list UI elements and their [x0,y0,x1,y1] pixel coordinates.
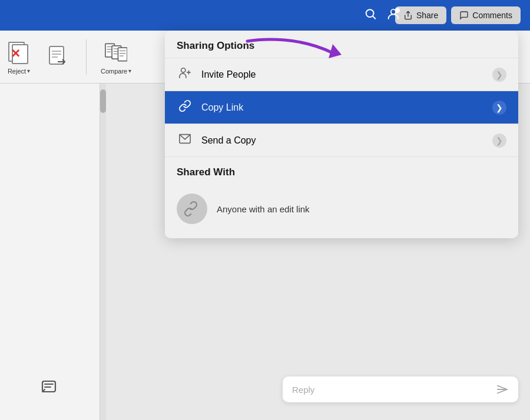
reject-x-mark: ✕ [11,46,21,61]
send-copy-label: Send a Copy [201,135,484,146]
shared-with-content: Anyone with an edit link [165,184,518,238]
compare-label: Compare [101,68,127,75]
copy-link-chevron: ❯ [492,101,506,115]
reply-placeholder[interactable]: Reply [292,385,496,395]
invite-people-icon [177,66,193,82]
share-button[interactable]: Share [395,6,446,24]
shared-avatar [177,194,207,224]
scroll-thumb[interactable] [100,89,106,113]
top-bar-icons: + [364,8,400,24]
copy-link-label: Copy Link [201,102,484,113]
left-gutter [0,84,100,420]
svg-point-27 [181,68,186,72]
compare-dropdown-arrow[interactable]: ▾ [128,68,131,74]
invite-people-label: Invite People [201,69,484,80]
profile-icon[interactable]: + [386,8,400,24]
reply-send-button[interactable] [496,384,509,395]
svg-line-1 [373,16,375,19]
send-copy-icon [177,132,193,148]
ribbon-divider1 [86,39,87,75]
accept-button[interactable] [46,44,72,70]
shared-with-text: Anyone with an edit link [217,204,310,214]
dropdown-header: Sharing Options [165,31,518,58]
compare-group: Compare ▾ [101,39,131,75]
accept-group [46,44,72,70]
svg-rect-19 [118,48,128,61]
reply-area: Reply [283,376,518,402]
reject-label: Reject [8,68,26,75]
reject-button[interactable]: ✕ [6,39,32,65]
reject-dropdown-arrow[interactable]: ▾ [27,68,30,74]
search-icon[interactable] [364,8,377,24]
dropdown-item-sendcopy[interactable]: Send a Copy ❯ [165,124,518,156]
scroll-bar[interactable] [100,84,106,420]
send-copy-chevron: ❯ [492,134,506,148]
comments-button[interactable]: Comments [451,6,521,24]
copy-link-icon [177,99,193,115]
sharing-options-dropdown: Sharing Options Invite People ❯ Copy Lin… [165,31,518,238]
dropdown-item-copylink[interactable]: Copy Link ❯ [165,91,518,124]
top-bar: + Share Comments [0,0,530,31]
svg-text:+: + [396,9,398,13]
dropdown-item-invite[interactable]: Invite People ❯ [165,58,518,91]
shared-with-section: Shared With [165,156,518,184]
compare-button[interactable] [103,39,129,65]
invite-people-chevron: ❯ [492,68,506,82]
reject-group: ✕ Reject ▾ [6,39,32,75]
comment-bubble-icon[interactable] [41,379,59,402]
